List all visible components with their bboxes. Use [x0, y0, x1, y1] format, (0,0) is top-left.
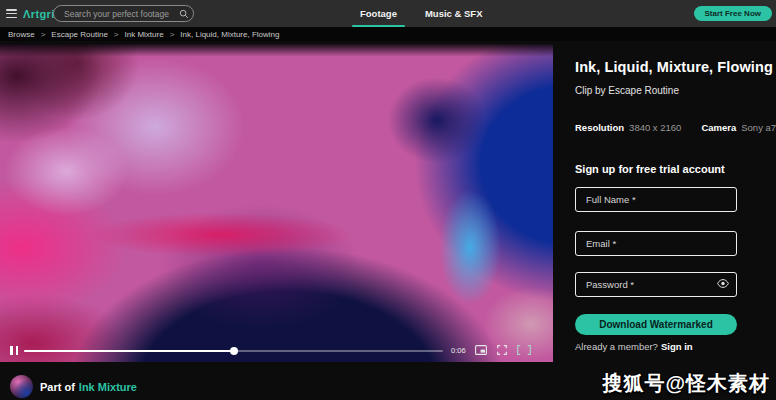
tab-music-sfx[interactable]: Music & SFX — [423, 0, 485, 27]
search-input[interactable] — [54, 9, 179, 19]
spec-camera-value: Sony a7 IV — [741, 122, 776, 133]
password-field[interactable] — [575, 272, 737, 297]
breadcrumb-separator: > — [41, 30, 46, 39]
tab-music-sfx-label: Music & SFX — [425, 8, 483, 19]
breadcrumb-separator: > — [114, 30, 119, 39]
video-frame[interactable] — [0, 44, 553, 362]
eye-icon[interactable] — [717, 279, 729, 288]
watermark-text: 搜狐号@怪木素材 — [602, 370, 770, 397]
breadcrumb-ink-mixture[interactable]: Ink Mixture — [125, 30, 164, 39]
frame-icon[interactable] — [517, 345, 531, 355]
sign-in-link[interactable]: Sign in — [661, 341, 693, 352]
start-free-now-button[interactable]: Start Free Now — [694, 6, 772, 21]
breadcrumb-escape-routine[interactable]: Escape Routine — [51, 30, 107, 39]
clip-byline: Clip by Escape Routine — [575, 85, 679, 96]
search-box[interactable] — [53, 5, 194, 22]
hamburger-icon[interactable] — [6, 9, 17, 18]
main-tabs: Footage Music & SFX — [358, 0, 485, 27]
clip-title: Ink, Liquid, Mixture, Flowing — [575, 59, 773, 75]
spec-camera: CameraSony a7 IV — [701, 117, 776, 135]
full-name-field[interactable] — [575, 187, 737, 212]
top-header: Λrtgrid Footage Music & SFX Start Free N… — [0, 0, 776, 27]
collection-avatar[interactable] — [10, 375, 33, 398]
time-display: 0:06 — [451, 346, 466, 355]
progress-handle[interactable] — [230, 347, 238, 355]
pip-icon[interactable] — [475, 345, 487, 355]
fullscreen-icon[interactable] — [497, 345, 507, 355]
part-of-label: Part of — [40, 381, 75, 393]
signup-heading: Sign up for free trial account — [575, 163, 725, 175]
spec-resolution: Resolution3840 x 2160 — [575, 117, 681, 135]
breadcrumb-current: Ink, Liquid, Mixture, Flowing — [180, 30, 279, 39]
search-icon[interactable] — [179, 9, 189, 19]
footer-strip: Part ofInk Mixture 搜狐号@怪木素材 — [0, 362, 776, 400]
video-player[interactable]: 0:06 — [0, 44, 553, 362]
artgrid-clip-page: Λrtgrid Footage Music & SFX Start Free N… — [0, 0, 776, 400]
progress-bar[interactable] — [24, 350, 443, 352]
clip-specs: Resolution3840 x 2160 CameraSony a7 IV — [575, 117, 776, 135]
breadcrumb-browse[interactable]: Browse — [8, 30, 35, 39]
spec-resolution-value: 3840 x 2160 — [629, 122, 681, 133]
password-wrap — [575, 272, 737, 297]
spec-resolution-label: Resolution — [575, 122, 624, 133]
progress-fill — [24, 350, 234, 352]
part-of-line: Part ofInk Mixture — [40, 381, 137, 393]
breadcrumb: Browse > Escape Routine > Ink Mixture > … — [0, 27, 776, 41]
spec-camera-label: Camera — [701, 122, 736, 133]
tab-footage-label: Footage — [360, 8, 397, 19]
email-field[interactable] — [575, 231, 737, 256]
player-controls: 0:06 — [0, 342, 553, 358]
member-prompt: Already a member?Sign in — [575, 341, 693, 352]
tab-footage[interactable]: Footage — [358, 0, 399, 27]
breadcrumb-separator: > — [170, 30, 175, 39]
pause-icon[interactable] — [10, 346, 18, 355]
download-watermarked-button[interactable]: Download Watermarked — [575, 314, 737, 335]
member-prompt-text: Already a member? — [575, 341, 658, 352]
collection-link[interactable]: Ink Mixture — [79, 381, 137, 393]
